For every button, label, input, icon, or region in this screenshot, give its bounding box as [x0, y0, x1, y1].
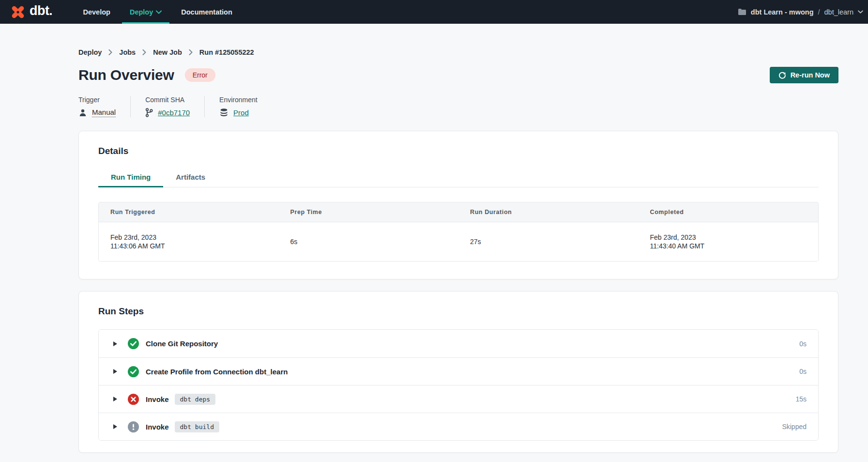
breadcrumb: Deploy Jobs New Job Run #125055222: [78, 48, 838, 56]
page-title: Run Overview: [78, 67, 174, 83]
details-tabs: Run Timing Artifacts: [98, 168, 819, 187]
breadcrumb-current-run: Run #125055222: [199, 48, 254, 56]
database-icon: [219, 108, 228, 117]
run-timing-table: Run Triggered Prep Time Run Duration Com…: [98, 202, 819, 262]
step-row-clone-git[interactable]: Clone Git Repository 0s: [99, 330, 818, 357]
col-header-prep-time: Prep Time: [279, 202, 459, 222]
expand-caret-icon[interactable]: [113, 424, 117, 429]
nav-item-develop[interactable]: Develop: [75, 0, 118, 24]
chevron-down-icon: [858, 10, 863, 14]
account-project-selector[interactable]: dbt Learn - mwong / dbt_learn: [738, 0, 863, 24]
project-name: dbt_learn: [824, 8, 853, 16]
success-icon: [128, 366, 139, 377]
environment-block: Environment Prod: [205, 96, 272, 117]
expand-caret-icon[interactable]: [113, 369, 117, 374]
chevron-down-icon: [156, 10, 162, 14]
details-title: Details: [98, 146, 819, 156]
nav-item-deploy[interactable]: Deploy: [122, 0, 169, 24]
skipped-icon: [128, 421, 139, 432]
expand-caret-icon[interactable]: [113, 397, 117, 401]
chevron-right-icon: [108, 49, 112, 55]
dbt-logo[interactable]: dbt: [10, 0, 52, 24]
run-steps-title: Run Steps: [98, 306, 819, 317]
trigger-label: Trigger: [78, 96, 116, 104]
command-chip: dbt deps: [175, 394, 216, 405]
refresh-icon: [778, 71, 786, 79]
git-branch-icon: [145, 108, 153, 117]
cell-run-duration: 27s: [458, 222, 639, 261]
step-duration: Skipped: [782, 423, 807, 431]
run-triggered-date: Feb 23rd, 2023: [110, 233, 279, 242]
trigger-value[interactable]: Manual: [92, 108, 116, 117]
cell-completed: Feb 23rd, 2023 11:43:40 AM GMT: [639, 222, 819, 261]
col-header-run-triggered: Run Triggered: [99, 202, 279, 222]
environment-link[interactable]: Prod: [233, 108, 249, 117]
command-chip: dbt build: [175, 421, 219, 432]
nav-item-deploy-label: Deploy: [130, 8, 153, 16]
rerun-now-button[interactable]: Re-run Now: [770, 67, 838, 83]
error-icon: [128, 394, 139, 405]
step-title: Invoke: [146, 395, 169, 403]
environment-label: Environment: [219, 96, 258, 104]
commit-sha-link[interactable]: #0cb7170: [158, 108, 190, 117]
breadcrumb-jobs[interactable]: Jobs: [119, 48, 136, 56]
folder-icon: [738, 8, 746, 15]
tab-artifacts[interactable]: Artifacts: [163, 168, 218, 187]
trigger-block: Trigger Manual: [78, 96, 130, 117]
step-row-invoke-dbt-deps[interactable]: Invoke dbt deps 15s: [99, 385, 818, 413]
table-header-row: Run Triggered Prep Time Run Duration Com…: [99, 202, 818, 222]
expand-caret-icon[interactable]: [113, 341, 117, 346]
col-header-run-duration: Run Duration: [458, 202, 639, 222]
run-triggered-time: 11:43:06 AM GMT: [110, 242, 279, 250]
step-duration: 0s: [799, 368, 807, 375]
details-card: Details Run Timing Artifacts Run Trigger…: [78, 131, 838, 279]
nav-item-documentation[interactable]: Documentation: [173, 0, 240, 24]
step-title: Invoke: [146, 423, 169, 431]
dbt-logo-icon: [10, 4, 26, 20]
run-steps-list: Clone Git Repository 0s Create Profile f…: [98, 329, 819, 441]
run-meta: Trigger Manual Commit SHA #0cb7170 Envir…: [78, 96, 838, 117]
step-duration: 0s: [799, 340, 807, 348]
table-row: Feb 23rd, 2023 11:43:06 AM GMT 6s 27s Fe…: [99, 222, 818, 261]
breadcrumb-new-job[interactable]: New Job: [153, 48, 182, 56]
status-badge: Error: [185, 68, 215, 82]
col-header-completed: Completed: [639, 202, 819, 222]
step-row-create-profile[interactable]: Create Profile from Connection dbt_learn…: [99, 357, 818, 385]
account-name: dbt Learn - mwong: [751, 8, 814, 16]
step-title: Create Profile from Connection dbt_learn: [146, 368, 288, 376]
top-nav: dbt Develop Deploy Documentation dbt Lea…: [0, 0, 868, 24]
breadcrumb-deploy[interactable]: Deploy: [78, 48, 102, 56]
person-icon: [78, 108, 87, 117]
step-title: Clone Git Repository: [146, 339, 218, 348]
completed-time: 11:43:40 AM GMT: [650, 242, 819, 250]
tab-run-timing[interactable]: Run Timing: [98, 168, 163, 187]
cell-prep-time: 6s: [279, 222, 459, 261]
commit-sha-label: Commit SHA: [145, 96, 190, 104]
chevron-right-icon: [142, 49, 146, 55]
chevron-right-icon: [189, 49, 193, 55]
dbt-logo-text: dbt: [30, 3, 52, 18]
run-steps-card: Run Steps Clone Git Repository 0s Create…: [78, 291, 838, 453]
step-row-invoke-dbt-build[interactable]: Invoke dbt build Skipped: [99, 413, 818, 440]
rerun-now-label: Re-run Now: [791, 71, 830, 79]
commit-sha-block: Commit SHA #0cb7170: [131, 96, 204, 117]
completed-date: Feb 23rd, 2023: [650, 233, 819, 242]
success-icon: [128, 338, 139, 349]
cell-run-triggered: Feb 23rd, 2023 11:43:06 AM GMT: [99, 222, 279, 261]
step-duration: 15s: [795, 395, 807, 403]
account-separator: /: [818, 8, 820, 16]
